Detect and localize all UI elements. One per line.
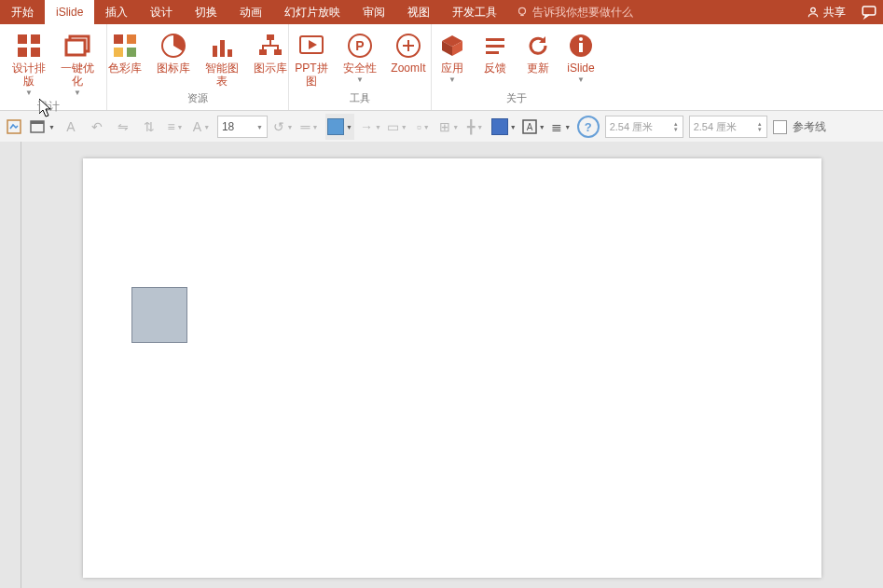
chevron-down-icon: ▼ bbox=[356, 76, 364, 84]
help-icon: ? bbox=[577, 116, 600, 138]
qbtn-align-left[interactable]: ≡▼ bbox=[165, 116, 186, 138]
btn-feedback[interactable]: 反馈 bbox=[478, 30, 512, 75]
tab-devtools[interactable]: 开发工具 bbox=[441, 0, 508, 24]
qbtn-font-color[interactable]: A▼ bbox=[191, 116, 212, 138]
btn-diagramlib-label: 图示库 bbox=[254, 62, 287, 75]
fontsize-value: 18 bbox=[222, 120, 234, 133]
share-label: 共享 bbox=[823, 5, 846, 21]
svg-point-0 bbox=[519, 7, 526, 14]
qbtn-align[interactable]: ╋▼ bbox=[465, 116, 486, 138]
fontsize-input[interactable]: 18 ▼ bbox=[217, 116, 268, 138]
btn-smartchart-label: 智能图表 bbox=[202, 62, 241, 88]
btn-app[interactable]: 应用 ▼ bbox=[435, 30, 469, 84]
qbtn-line-spacing[interactable]: ≣▼ bbox=[551, 116, 572, 138]
info-circle-icon bbox=[569, 34, 593, 58]
palette-icon bbox=[112, 33, 138, 59]
svg-rect-3 bbox=[18, 34, 27, 44]
tell-me-label: 告诉我你想要做什么 bbox=[532, 5, 633, 21]
height-input[interactable]: 2.54 厘米 ▲▼ bbox=[605, 116, 683, 138]
slide-canvas[interactable] bbox=[83, 158, 821, 578]
share-button[interactable]: 共享 bbox=[807, 5, 846, 21]
qbtn-select-pane[interactable] bbox=[4, 116, 24, 138]
qbtn-textbox[interactable]: A▼ bbox=[522, 116, 545, 138]
qbtn-increase-font[interactable]: A bbox=[61, 116, 81, 138]
svg-point-1 bbox=[811, 7, 816, 12]
group-about: 应用 ▼ 反馈 更新 iSlide ▼ 关于 bbox=[432, 24, 601, 110]
tell-me-search[interactable]: 告诉我你想要做什么 bbox=[516, 5, 633, 21]
qbtn-shape-outline[interactable]: ▼ bbox=[491, 116, 517, 138]
btn-iconlib[interactable]: 图标库 bbox=[154, 30, 193, 75]
qbtn-rotate-left[interactable]: ↶ bbox=[87, 116, 107, 138]
btn-design-layout-label: 设计排版 bbox=[9, 62, 48, 88]
btn-update[interactable]: 更新 bbox=[521, 30, 555, 75]
btn-security-label: 安全性 bbox=[343, 62, 377, 75]
tab-design[interactable]: 设计 bbox=[139, 0, 184, 24]
btn-diagramlib[interactable]: 图示库 bbox=[251, 30, 290, 75]
svg-rect-12 bbox=[127, 48, 136, 57]
svg-rect-16 bbox=[228, 49, 232, 57]
btn-design-layout[interactable]: 设计排版 ▼ bbox=[9, 30, 48, 97]
btn-smartchart[interactable]: 智能图表 bbox=[202, 30, 241, 88]
svg-rect-14 bbox=[213, 46, 217, 57]
width-input[interactable]: 2.54 厘米 ▲▼ bbox=[689, 116, 767, 138]
btn-security[interactable]: P 安全性 ▼ bbox=[340, 30, 379, 84]
qbtn-line-dash[interactable]: ═▼ bbox=[299, 116, 320, 138]
btn-pptpuzzle[interactable]: PPT拼图 bbox=[292, 30, 331, 88]
spin-down-icon[interactable]: ▼ bbox=[757, 127, 763, 132]
group-tool: PPT拼图 P 安全性 ▼ ZoomIt 工具 bbox=[289, 24, 432, 110]
svg-rect-17 bbox=[267, 34, 274, 40]
tab-insert[interactable]: 插入 bbox=[94, 0, 139, 24]
group-resource-label: 资源 bbox=[187, 91, 208, 105]
tab-islide[interactable]: iSlide bbox=[45, 0, 94, 24]
qbtn-group[interactable]: ⊞▼ bbox=[439, 116, 460, 138]
spin-down-icon[interactable]: ▼ bbox=[673, 127, 679, 132]
qbtn-help[interactable]: ? bbox=[577, 116, 600, 138]
svg-rect-26 bbox=[486, 51, 499, 54]
rectangle-shape[interactable] bbox=[131, 287, 187, 343]
tab-review[interactable]: 审阅 bbox=[352, 0, 396, 24]
btn-zoomit[interactable]: ZoomIt bbox=[389, 30, 428, 75]
qbtn-bring-front[interactable]: ▭▼ bbox=[387, 116, 407, 138]
outline-color-chip bbox=[491, 118, 508, 135]
fill-color-chip bbox=[327, 118, 344, 135]
btn-optimize-label: 一键优化 bbox=[58, 62, 97, 88]
qbtn-line-arrow[interactable]: →▼ bbox=[360, 116, 381, 138]
qbtn-flip-h[interactable]: ⇋ bbox=[113, 116, 133, 138]
svg-rect-9 bbox=[114, 34, 123, 44]
svg-rect-2 bbox=[862, 7, 876, 15]
btn-zoomit-label: ZoomIt bbox=[391, 62, 425, 75]
qbtn-send-back[interactable]: ▫▼ bbox=[413, 116, 434, 138]
comment-icon[interactable] bbox=[861, 4, 877, 21]
svg-rect-8 bbox=[66, 40, 85, 55]
qbtn-shape-fill[interactable]: ▼ bbox=[325, 114, 354, 140]
tab-transition[interactable]: 切换 bbox=[184, 0, 228, 24]
chevron-down-icon: ▼ bbox=[577, 76, 585, 84]
list-icon bbox=[483, 34, 507, 58]
zoom-icon bbox=[395, 33, 421, 59]
qbtn-layout[interactable]: ▼ bbox=[30, 116, 55, 138]
tab-view[interactable]: 视图 bbox=[396, 0, 441, 24]
guides-label: 参考线 bbox=[793, 119, 826, 135]
tab-start[interactable]: 开始 bbox=[0, 0, 45, 24]
thumbnail-rail[interactable] bbox=[0, 142, 21, 588]
tab-animation[interactable]: 动画 bbox=[228, 0, 273, 24]
svg-rect-32 bbox=[31, 121, 44, 124]
btn-colorlib[interactable]: 色彩库 bbox=[105, 30, 145, 75]
btn-app-label: 应用 bbox=[441, 62, 463, 75]
group-tool-label: 工具 bbox=[350, 91, 370, 105]
btn-feedback-label: 反馈 bbox=[484, 62, 506, 75]
ribbon: 设计排版 ▼ 一键优化 ▼ 色彩库 图标库 智能图表 bbox=[0, 24, 883, 111]
btn-optimize[interactable]: 一键优化 ▼ bbox=[58, 30, 97, 97]
qbtn-flip-v[interactable]: ⇅ bbox=[139, 116, 159, 138]
chevron-down-icon: ▼ bbox=[448, 76, 456, 84]
slides-icon bbox=[64, 33, 90, 59]
group-resource: 色彩库 图标库 智能图表 图示库 资源 bbox=[107, 24, 289, 110]
btn-pptpuzzle-label: PPT拼图 bbox=[292, 62, 331, 88]
tab-slideshow[interactable]: 幻灯片放映 bbox=[273, 0, 352, 24]
group-design-label: 设计 bbox=[37, 99, 60, 115]
qbtn-undo-shape[interactable]: ↺▼ bbox=[273, 116, 294, 138]
svg-rect-5 bbox=[18, 48, 27, 57]
btn-islide[interactable]: iSlide ▼ bbox=[564, 30, 598, 84]
guides-checkbox[interactable] bbox=[773, 120, 787, 134]
canvas-wrap bbox=[21, 142, 883, 588]
